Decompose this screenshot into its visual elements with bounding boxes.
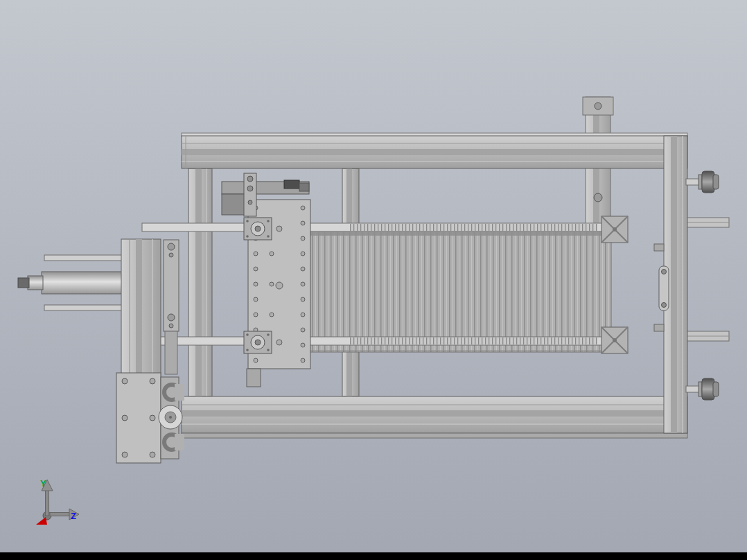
cross-connector-lower[interactable] bbox=[601, 327, 628, 353]
bottom-left-plate[interactable] bbox=[116, 373, 161, 463]
carriage-plate[interactable] bbox=[244, 200, 310, 387]
machine-assembly-drawing[interactable]: Y Z bbox=[0, 0, 747, 560]
orientation-triad[interactable]: Y Z bbox=[36, 478, 79, 525]
frame-bottom-beam[interactable] bbox=[182, 396, 687, 438]
lead-screw-threads bbox=[350, 224, 597, 231]
roller-bracket[interactable] bbox=[159, 377, 184, 459]
x-axis-arrowhead bbox=[36, 517, 47, 525]
rod-end-boss-upper bbox=[244, 218, 272, 240]
cad-viewport[interactable]: Y Z bbox=[0, 0, 747, 560]
z-axis-arrow bbox=[50, 513, 69, 516]
rod-end-boss-lower bbox=[244, 331, 272, 353]
y-axis-label: Y bbox=[40, 478, 46, 489]
bottom-bar bbox=[0, 552, 747, 560]
ribbed-panel[interactable] bbox=[304, 230, 611, 352]
lead-screw-threads-lower bbox=[350, 338, 597, 344]
left-mount-plate[interactable] bbox=[121, 239, 179, 387]
adjustment-knob-upper[interactable] bbox=[686, 171, 719, 193]
frame-top-beam[interactable] bbox=[182, 133, 687, 168]
lower-guide-rod[interactable] bbox=[142, 337, 615, 345]
cross-connector-upper[interactable] bbox=[601, 216, 628, 243]
shaft-assembly[interactable] bbox=[18, 255, 126, 310]
upper-guide-rod[interactable] bbox=[142, 223, 615, 231]
adjustment-knob-lower[interactable] bbox=[686, 378, 719, 400]
carriage-foot bbox=[247, 369, 261, 387]
actuator-dark-block bbox=[284, 180, 299, 189]
z-axis-label: Z bbox=[71, 511, 76, 521]
right-side-rails[interactable] bbox=[686, 218, 729, 341]
frame-left-upright[interactable] bbox=[188, 168, 212, 396]
y-axis-arrow bbox=[46, 489, 49, 516]
